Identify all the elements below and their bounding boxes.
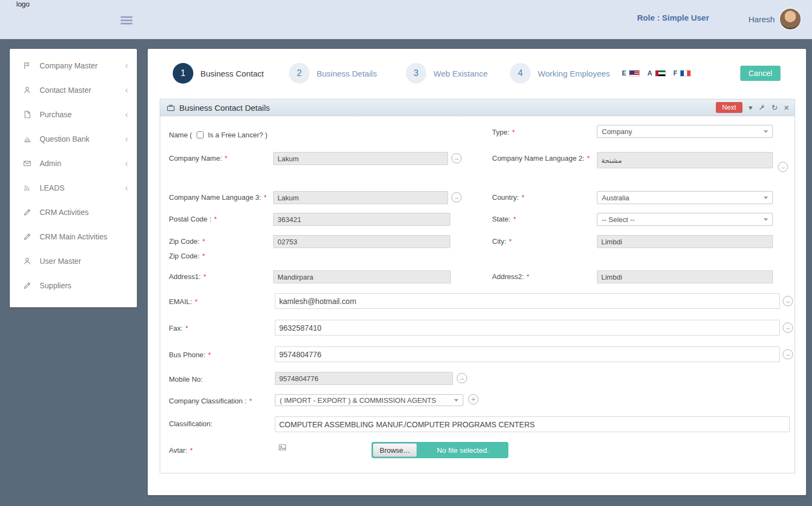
fax-input[interactable] — [275, 320, 780, 336]
arrow-right-icon: → — [785, 325, 791, 331]
fax-label: Fax:* — [169, 324, 188, 332]
mobile-no-label: Mobile No: — [169, 375, 203, 383]
fax-action-button[interactable]: → — [783, 322, 793, 333]
country-select[interactable]: Australia — [597, 191, 773, 204]
sidebar-item-crm-main-activities[interactable]: CRM Main Activities — [10, 224, 137, 249]
form-body: Name ( Is a Free Lancer? ) Type:* Compan… — [160, 116, 795, 473]
address2-input[interactable] — [597, 270, 773, 283]
avtar-file-input[interactable]: Browse… No file selected. — [372, 442, 508, 458]
sidebar-item-label: Purchase — [40, 110, 125, 119]
panel-title: Business Contact Details — [179, 103, 270, 112]
company-name-lang2-label: Company Name Language 2:* — [492, 154, 590, 162]
topbar: logo Role : Simple User Haresh — [0, 0, 812, 39]
freelancer-label: Is a Free Lancer? ) — [208, 131, 268, 139]
language-english[interactable]: E — [622, 69, 640, 77]
wizard-step-business-details[interactable]: 2 Business Details — [289, 63, 377, 84]
sidebar-item-company-master[interactable]: Company Master ‹ — [10, 53, 137, 78]
wizard-step-web-existance[interactable]: 3 Web Existance — [406, 63, 488, 84]
chevron-left-icon: ‹ — [125, 85, 128, 94]
chevron-down-icon — [764, 218, 768, 221]
app-logo: logo — [16, 0, 30, 8]
step-number: 1 — [173, 63, 193, 84]
sidebar-item-purchase[interactable]: Purchase ‹ — [10, 102, 137, 126]
zip-code-input[interactable] — [273, 235, 450, 248]
pencil-icon — [23, 208, 33, 217]
step-label: Business Details — [317, 69, 377, 78]
browse-button[interactable]: Browse… — [373, 443, 417, 457]
sidebar-item-crm-activities[interactable]: CRM Activities — [10, 200, 137, 224]
user-icon — [23, 257, 33, 265]
wizard-step-working-employees[interactable]: 4 Working Employees — [510, 63, 610, 84]
plus-icon: + — [471, 396, 476, 403]
next-button[interactable]: Next — [716, 102, 743, 113]
briefcase-icon — [167, 104, 175, 112]
sidebar-item-label: User Master — [40, 257, 128, 265]
refresh-icon[interactable]: ↻ — [771, 104, 778, 111]
freelancer-checkbox[interactable] — [197, 131, 204, 138]
role-label: Role : Simple User — [637, 13, 709, 22]
signal-icon — [23, 184, 33, 192]
language-french[interactable]: F — [673, 69, 691, 77]
city-label: City:* — [492, 237, 512, 245]
state-select[interactable]: -- Select -- — [597, 213, 773, 226]
sidebar-item-admin[interactable]: Admin ‹ — [10, 151, 137, 175]
type-label: Type:* — [492, 128, 515, 136]
mobile-no-action-button[interactable]: → — [457, 373, 467, 383]
step-label: Web Existance — [433, 69, 488, 78]
sidebar-item-question-bank[interactable]: Question Bank ‹ — [10, 126, 137, 151]
flag-icon — [23, 61, 33, 70]
email-input[interactable] — [275, 293, 780, 309]
city-input[interactable] — [597, 235, 773, 248]
sidebar: Company Master ‹ Contact Master ‹ Purcha… — [10, 49, 137, 307]
company-name-lang3-action-button[interactable]: → — [451, 192, 462, 203]
sidebar-item-label: Contact Master — [40, 86, 125, 94]
user-avatar[interactable] — [779, 8, 802, 30]
collapse-icon[interactable]: ▾ — [748, 104, 752, 111]
chevron-down-icon — [454, 399, 458, 402]
sidebar-item-suppliers[interactable]: Suppliers — [10, 273, 137, 298]
email-label: EMAIL:* — [169, 298, 198, 306]
company-name-action-button[interactable]: → — [451, 153, 462, 163]
company-classification-select[interactable]: ( IMPORT - EXPORT ) & COMMISSION AGENTS — [275, 394, 463, 406]
language-switcher: E A F — [622, 69, 691, 77]
address2-label: Address2:* — [492, 273, 530, 281]
company-name-lang2-input[interactable] — [597, 152, 773, 168]
step-number: 3 — [406, 63, 426, 84]
wizard-step-business-contact[interactable]: 1 Business Contact — [173, 63, 264, 84]
company-name-lang3-input[interactable] — [273, 191, 448, 204]
hamburger-menu-icon[interactable] — [121, 15, 133, 26]
freelancer-row: Name ( Is a Free Lancer? ) — [169, 131, 267, 139]
address1-input[interactable] — [273, 270, 451, 283]
language-arabic[interactable]: A — [647, 69, 666, 77]
company-classification-label: Company Classification :* — [169, 397, 252, 405]
username-label[interactable]: Haresh — [748, 15, 775, 24]
bus-phone-input[interactable] — [275, 346, 780, 362]
pencil-icon — [23, 232, 33, 241]
sidebar-item-user-master[interactable]: User Master — [10, 249, 137, 273]
pencil-icon — [23, 281, 33, 290]
email-action-button[interactable]: → — [783, 296, 793, 306]
postal-code-input[interactable] — [273, 213, 450, 226]
close-icon[interactable]: × — [784, 103, 789, 112]
main-content: 1 Business Contact 2 Business Details 3 … — [148, 49, 806, 495]
address1-label: Address1:* — [169, 273, 206, 281]
arrow-right-icon: → — [459, 375, 465, 381]
company-name-lang2-action-button[interactable]: → — [778, 162, 788, 172]
step-number: 4 — [510, 63, 531, 84]
add-classification-button[interactable]: + — [468, 394, 479, 404]
sidebar-item-contact-master[interactable]: Contact Master ‹ — [10, 78, 137, 102]
mobile-no-input[interactable] — [275, 372, 453, 385]
wrench-icon[interactable] — [758, 104, 765, 111]
step-number: 2 — [289, 63, 310, 84]
bar-chart-icon — [23, 135, 33, 143]
classification-input[interactable] — [275, 416, 790, 432]
company-name-input[interactable] — [273, 152, 448, 165]
postal-code-label: Postal Code :* — [169, 215, 217, 223]
bus-phone-action-button[interactable]: → — [783, 349, 793, 359]
type-select[interactable]: Company — [597, 125, 773, 138]
zip-code-label: Zip Code:* — [169, 237, 205, 245]
sidebar-item-leads[interactable]: LEADS ‹ — [10, 175, 137, 200]
sidebar-item-label: Suppliers — [40, 281, 128, 290]
image-icon — [278, 443, 287, 452]
cancel-button[interactable]: Cancel — [740, 66, 780, 81]
